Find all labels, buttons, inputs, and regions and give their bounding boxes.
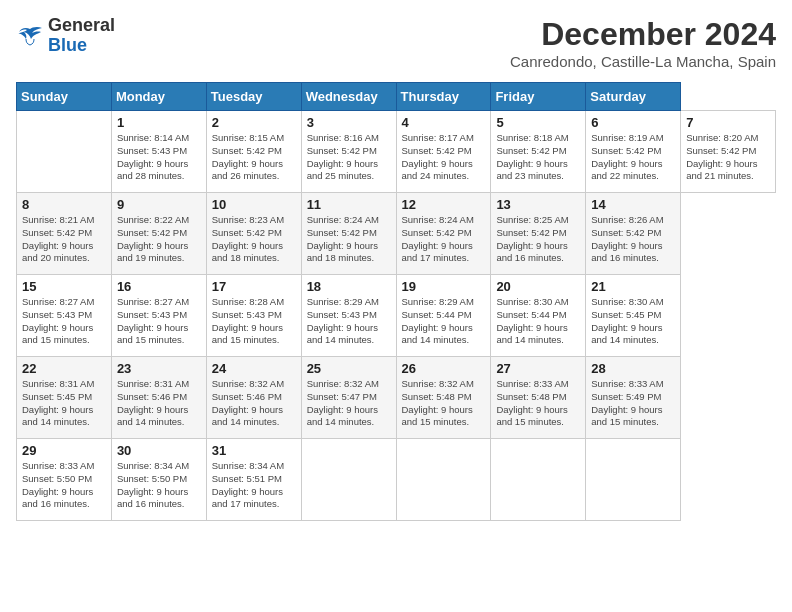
- day-number: 15: [22, 279, 106, 294]
- day-number: 3: [307, 115, 391, 130]
- calendar-cell: 4Sunrise: 8:17 AM Sunset: 5:42 PM Daylig…: [396, 111, 491, 193]
- day-number: 13: [496, 197, 580, 212]
- cell-content: Sunrise: 8:28 AM Sunset: 5:43 PM Dayligh…: [212, 296, 296, 347]
- calendar-cell: [586, 439, 681, 521]
- day-number: 25: [307, 361, 391, 376]
- cell-content: Sunrise: 8:30 AM Sunset: 5:45 PM Dayligh…: [591, 296, 675, 347]
- day-number: 4: [402, 115, 486, 130]
- cell-content: Sunrise: 8:32 AM Sunset: 5:48 PM Dayligh…: [402, 378, 486, 429]
- calendar-cell: 6Sunrise: 8:19 AM Sunset: 5:42 PM Daylig…: [586, 111, 681, 193]
- day-number: 7: [686, 115, 770, 130]
- day-number: 22: [22, 361, 106, 376]
- week-row-4: 22Sunrise: 8:31 AM Sunset: 5:45 PM Dayli…: [17, 357, 776, 439]
- day-number: 17: [212, 279, 296, 294]
- cell-content: Sunrise: 8:17 AM Sunset: 5:42 PM Dayligh…: [402, 132, 486, 183]
- day-number: 18: [307, 279, 391, 294]
- calendar-cell: [17, 111, 112, 193]
- day-number: 31: [212, 443, 296, 458]
- day-number: 1: [117, 115, 201, 130]
- day-header-sunday: Sunday: [17, 83, 112, 111]
- cell-content: Sunrise: 8:29 AM Sunset: 5:44 PM Dayligh…: [402, 296, 486, 347]
- logo-general: General: [48, 16, 115, 36]
- day-header-thursday: Thursday: [396, 83, 491, 111]
- calendar-cell: 10Sunrise: 8:23 AM Sunset: 5:42 PM Dayli…: [206, 193, 301, 275]
- day-header-tuesday: Tuesday: [206, 83, 301, 111]
- calendar-cell: 20Sunrise: 8:30 AM Sunset: 5:44 PM Dayli…: [491, 275, 586, 357]
- calendar-cell: 16Sunrise: 8:27 AM Sunset: 5:43 PM Dayli…: [111, 275, 206, 357]
- calendar-cell: 7Sunrise: 8:20 AM Sunset: 5:42 PM Daylig…: [681, 111, 776, 193]
- calendar-cell: 13Sunrise: 8:25 AM Sunset: 5:42 PM Dayli…: [491, 193, 586, 275]
- day-number: 8: [22, 197, 106, 212]
- day-header-wednesday: Wednesday: [301, 83, 396, 111]
- location-title: Canredondo, Castille-La Mancha, Spain: [510, 53, 776, 70]
- cell-content: Sunrise: 8:16 AM Sunset: 5:42 PM Dayligh…: [307, 132, 391, 183]
- week-row-2: 8Sunrise: 8:21 AM Sunset: 5:42 PM Daylig…: [17, 193, 776, 275]
- calendar-cell: 21Sunrise: 8:30 AM Sunset: 5:45 PM Dayli…: [586, 275, 681, 357]
- day-header-monday: Monday: [111, 83, 206, 111]
- day-number: 27: [496, 361, 580, 376]
- cell-content: Sunrise: 8:23 AM Sunset: 5:42 PM Dayligh…: [212, 214, 296, 265]
- day-number: 11: [307, 197, 391, 212]
- day-number: 14: [591, 197, 675, 212]
- cell-content: Sunrise: 8:27 AM Sunset: 5:43 PM Dayligh…: [117, 296, 201, 347]
- calendar-cell: 15Sunrise: 8:27 AM Sunset: 5:43 PM Dayli…: [17, 275, 112, 357]
- day-number: 16: [117, 279, 201, 294]
- cell-content: Sunrise: 8:25 AM Sunset: 5:42 PM Dayligh…: [496, 214, 580, 265]
- calendar-cell: [301, 439, 396, 521]
- day-number: 5: [496, 115, 580, 130]
- cell-content: Sunrise: 8:19 AM Sunset: 5:42 PM Dayligh…: [591, 132, 675, 183]
- calendar-cell: 19Sunrise: 8:29 AM Sunset: 5:44 PM Dayli…: [396, 275, 491, 357]
- calendar-cell: 31Sunrise: 8:34 AM Sunset: 5:51 PM Dayli…: [206, 439, 301, 521]
- day-number: 9: [117, 197, 201, 212]
- day-number: 30: [117, 443, 201, 458]
- cell-content: Sunrise: 8:21 AM Sunset: 5:42 PM Dayligh…: [22, 214, 106, 265]
- cell-content: Sunrise: 8:34 AM Sunset: 5:50 PM Dayligh…: [117, 460, 201, 511]
- calendar-cell: 18Sunrise: 8:29 AM Sunset: 5:43 PM Dayli…: [301, 275, 396, 357]
- day-number: 28: [591, 361, 675, 376]
- week-row-1: 1Sunrise: 8:14 AM Sunset: 5:43 PM Daylig…: [17, 111, 776, 193]
- cell-content: Sunrise: 8:14 AM Sunset: 5:43 PM Dayligh…: [117, 132, 201, 183]
- cell-content: Sunrise: 8:30 AM Sunset: 5:44 PM Dayligh…: [496, 296, 580, 347]
- day-number: 26: [402, 361, 486, 376]
- day-number: 19: [402, 279, 486, 294]
- calendar-cell: 24Sunrise: 8:32 AM Sunset: 5:46 PM Dayli…: [206, 357, 301, 439]
- calendar-cell: 1Sunrise: 8:14 AM Sunset: 5:43 PM Daylig…: [111, 111, 206, 193]
- day-number: 6: [591, 115, 675, 130]
- logo-blue: Blue: [48, 36, 115, 56]
- day-header-saturday: Saturday: [586, 83, 681, 111]
- calendar-cell: 11Sunrise: 8:24 AM Sunset: 5:42 PM Dayli…: [301, 193, 396, 275]
- cell-content: Sunrise: 8:22 AM Sunset: 5:42 PM Dayligh…: [117, 214, 201, 265]
- cell-content: Sunrise: 8:33 AM Sunset: 5:50 PM Dayligh…: [22, 460, 106, 511]
- week-row-3: 15Sunrise: 8:27 AM Sunset: 5:43 PM Dayli…: [17, 275, 776, 357]
- day-number: 2: [212, 115, 296, 130]
- cell-content: Sunrise: 8:15 AM Sunset: 5:42 PM Dayligh…: [212, 132, 296, 183]
- calendar-cell: 22Sunrise: 8:31 AM Sunset: 5:45 PM Dayli…: [17, 357, 112, 439]
- calendar-body: 1Sunrise: 8:14 AM Sunset: 5:43 PM Daylig…: [17, 111, 776, 521]
- calendar-cell: 2Sunrise: 8:15 AM Sunset: 5:42 PM Daylig…: [206, 111, 301, 193]
- cell-content: Sunrise: 8:32 AM Sunset: 5:46 PM Dayligh…: [212, 378, 296, 429]
- calendar-cell: 8Sunrise: 8:21 AM Sunset: 5:42 PM Daylig…: [17, 193, 112, 275]
- page-header: General Blue December 2024 Canredondo, C…: [16, 16, 776, 70]
- logo-icon: [16, 25, 44, 47]
- cell-content: Sunrise: 8:31 AM Sunset: 5:45 PM Dayligh…: [22, 378, 106, 429]
- month-title: December 2024: [510, 16, 776, 53]
- cell-content: Sunrise: 8:27 AM Sunset: 5:43 PM Dayligh…: [22, 296, 106, 347]
- calendar-cell: 14Sunrise: 8:26 AM Sunset: 5:42 PM Dayli…: [586, 193, 681, 275]
- calendar-cell: 17Sunrise: 8:28 AM Sunset: 5:43 PM Dayli…: [206, 275, 301, 357]
- day-number: 12: [402, 197, 486, 212]
- day-number: 24: [212, 361, 296, 376]
- calendar-cell: 29Sunrise: 8:33 AM Sunset: 5:50 PM Dayli…: [17, 439, 112, 521]
- calendar-cell: 26Sunrise: 8:32 AM Sunset: 5:48 PM Dayli…: [396, 357, 491, 439]
- cell-content: Sunrise: 8:24 AM Sunset: 5:42 PM Dayligh…: [402, 214, 486, 265]
- cell-content: Sunrise: 8:33 AM Sunset: 5:49 PM Dayligh…: [591, 378, 675, 429]
- logo: General Blue: [16, 16, 115, 56]
- day-number: 29: [22, 443, 106, 458]
- cell-content: Sunrise: 8:20 AM Sunset: 5:42 PM Dayligh…: [686, 132, 770, 183]
- calendar-table: SundayMondayTuesdayWednesdayThursdayFrid…: [16, 82, 776, 521]
- calendar-cell: 25Sunrise: 8:32 AM Sunset: 5:47 PM Dayli…: [301, 357, 396, 439]
- day-number: 21: [591, 279, 675, 294]
- calendar-cell: [396, 439, 491, 521]
- cell-content: Sunrise: 8:32 AM Sunset: 5:47 PM Dayligh…: [307, 378, 391, 429]
- cell-content: Sunrise: 8:29 AM Sunset: 5:43 PM Dayligh…: [307, 296, 391, 347]
- day-header-friday: Friday: [491, 83, 586, 111]
